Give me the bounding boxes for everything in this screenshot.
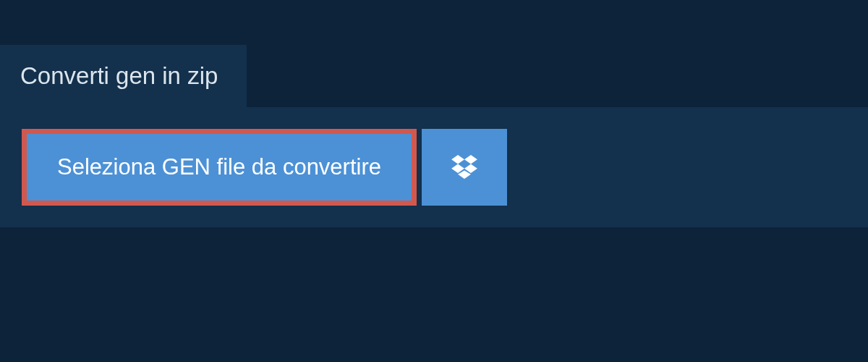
dropbox-icon (451, 155, 477, 180)
select-file-label: Seleziona GEN file da convertire (57, 154, 381, 180)
select-file-highlight: Seleziona GEN file da convertire (22, 129, 417, 206)
page-title: Converti gen in zip (20, 62, 218, 90)
content-panel: Seleziona GEN file da convertire (0, 107, 868, 227)
dropbox-button[interactable] (422, 129, 507, 206)
tab-header: Converti gen in zip (0, 45, 247, 107)
select-file-button[interactable]: Seleziona GEN file da convertire (27, 134, 412, 201)
